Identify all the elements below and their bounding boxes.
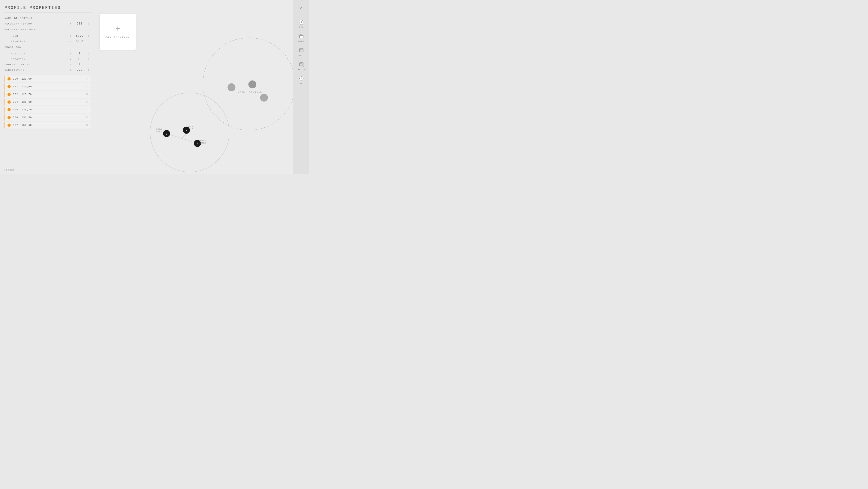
prop-increase-tangible[interactable]: › bbox=[87, 40, 91, 43]
prop-value-point: 50.0 bbox=[74, 34, 85, 38]
name-value: 55_profile bbox=[14, 17, 33, 20]
prop-control-sensitivity: ‹2.0› bbox=[69, 68, 91, 72]
tangible-item[interactable]: 000120_50× bbox=[4, 76, 91, 82]
prop-decrease-position[interactable]: ‹ bbox=[69, 52, 72, 56]
save-as-icon bbox=[298, 61, 305, 67]
close-button[interactable]: × bbox=[297, 4, 306, 13]
svg-line-3 bbox=[167, 134, 197, 144]
prop-increase-conflict_delay[interactable]: › bbox=[87, 63, 91, 66]
svg-point-21 bbox=[248, 81, 256, 88]
save-label: SAVE bbox=[299, 54, 304, 57]
tangible-item[interactable]: 001120_60× bbox=[4, 83, 91, 90]
prop-control-tangible: ‹50.0› bbox=[69, 40, 91, 43]
prop-control-position: ‹1› bbox=[69, 52, 91, 56]
tangible-remove-button[interactable]: × bbox=[86, 92, 88, 96]
prop-increase-rotation[interactable]: › bbox=[87, 57, 91, 61]
tangible-id: 004 bbox=[13, 100, 19, 104]
canvas-svg: 0 2700.0 1151.0 1 2931.0 1187.0 2 3066.0… bbox=[95, 0, 293, 174]
save-icon bbox=[298, 47, 305, 54]
tangible-color-dot bbox=[7, 85, 11, 88]
tangible-name: 135_60 bbox=[22, 100, 83, 104]
svg-text:2931.0: 2931.0 bbox=[187, 125, 193, 127]
prop-increase-sensitivity[interactable]: › bbox=[87, 68, 91, 72]
prop-label-position: POSITION bbox=[4, 52, 69, 55]
prop-row-point: POINT‹50.0› bbox=[4, 34, 91, 38]
tangible-color-dot bbox=[7, 116, 11, 119]
prop-value-tangible: 50.0 bbox=[74, 40, 85, 43]
prop-decrease-point[interactable]: ‹ bbox=[69, 34, 72, 38]
tangible-remove-button[interactable]: × bbox=[86, 116, 88, 119]
info-action[interactable]: i INFO bbox=[294, 74, 309, 87]
ideum-logo: ▲ ideum bbox=[4, 169, 14, 171]
svg-text:1030.0: 1030.0 bbox=[200, 142, 206, 144]
prop-decrease-tangible[interactable]: ‹ bbox=[69, 40, 72, 43]
svg-rect-29 bbox=[300, 51, 303, 52]
prop-row-recovery_timeout: RECOVERY TIMEOUT‹200› bbox=[4, 22, 91, 26]
tangible-name: 150_60 bbox=[22, 124, 83, 126]
prop-label-recovery_distance: RECOVERY DISTANCE bbox=[4, 28, 91, 31]
tangible-item[interactable]: 007150_60× bbox=[4, 122, 91, 128]
prop-value-conflict_delay: 0 bbox=[74, 63, 85, 66]
tangible-name: 120_60 bbox=[22, 85, 83, 88]
left-panel: PROFILE PROPERTIES NAME 55_profile RECOV… bbox=[0, 0, 95, 174]
svg-text:3066.0: 3066.0 bbox=[200, 140, 206, 142]
tangible-color-dot bbox=[7, 108, 11, 111]
right-sidebar: × NEW OPEN bbox=[293, 0, 309, 174]
prop-row-tangible: TANGIBLE‹50.0› bbox=[4, 40, 91, 43]
save-as-label: SAVE AS bbox=[296, 68, 306, 71]
open-action[interactable]: OPEN bbox=[294, 31, 309, 45]
svg-text:1151.0: 1151.0 bbox=[156, 131, 162, 133]
prop-section-smoothing: SMOOTHING bbox=[4, 45, 91, 50]
tangible-item[interactable]: 002120_70× bbox=[4, 91, 91, 98]
tangible-name: 120_70 bbox=[22, 93, 83, 96]
tangible-item[interactable]: 006150_50× bbox=[4, 114, 91, 121]
prop-control-rotation: ‹10› bbox=[69, 57, 91, 61]
prop-value-recovery_timeout: 200 bbox=[74, 22, 85, 25]
tangible-list: 000120_50×001120_60×002120_70×004135_60×… bbox=[4, 76, 91, 128]
svg-point-18 bbox=[203, 38, 293, 130]
svg-text:0: 0 bbox=[166, 133, 167, 135]
tangible-item[interactable]: 004135_60× bbox=[4, 98, 91, 106]
prop-decrease-rotation[interactable]: ‹ bbox=[69, 57, 72, 61]
svg-text:2: 2 bbox=[196, 142, 198, 145]
prop-label-conflict_delay: CONFLICT DELAY bbox=[4, 63, 69, 66]
prop-control-recovery_timeout: ‹200› bbox=[69, 22, 91, 26]
svg-text:PLACE TANGIBLE: PLACE TANGIBLE bbox=[236, 91, 262, 93]
new-icon bbox=[298, 19, 305, 25]
prop-row-position: POSITION‹1› bbox=[4, 52, 91, 56]
tangible-id: 001 bbox=[13, 85, 19, 88]
prop-decrease-recovery_timeout[interactable]: ‹ bbox=[69, 22, 72, 26]
prop-label-rotation: ROTATION bbox=[4, 58, 69, 60]
save-action[interactable]: SAVE bbox=[294, 45, 309, 58]
tangible-remove-button[interactable]: × bbox=[86, 108, 88, 112]
open-label: OPEN bbox=[299, 40, 304, 42]
prop-label-recovery_timeout: RECOVERY TIMEOUT bbox=[4, 23, 69, 25]
prop-increase-recovery_timeout[interactable]: › bbox=[87, 22, 91, 26]
name-row: NAME 55_profile bbox=[4, 17, 91, 20]
prop-control-point: ‹50.0› bbox=[69, 34, 91, 38]
open-icon bbox=[298, 33, 305, 39]
name-key: NAME bbox=[4, 17, 12, 20]
prop-decrease-sensitivity[interactable]: ‹ bbox=[69, 68, 72, 72]
prop-increase-point[interactable]: › bbox=[87, 34, 91, 38]
prop-decrease-conflict_delay[interactable]: ‹ bbox=[69, 63, 72, 66]
prop-label-tangible: TANGIBLE bbox=[4, 40, 69, 43]
tangible-remove-button[interactable]: × bbox=[86, 85, 88, 88]
prop-increase-position[interactable]: › bbox=[87, 52, 91, 56]
save-as-action[interactable]: SAVE AS bbox=[294, 59, 309, 73]
new-action[interactable]: NEW bbox=[294, 17, 309, 30]
tangible-remove-button[interactable]: × bbox=[86, 123, 88, 127]
tangible-remove-button[interactable]: × bbox=[86, 77, 88, 81]
svg-point-22 bbox=[260, 94, 268, 102]
tangible-item[interactable]: 005135_70× bbox=[4, 106, 91, 113]
tangible-color-dot bbox=[7, 77, 11, 81]
prop-control-conflict_delay: ‹0› bbox=[69, 63, 91, 66]
tangible-id: 005 bbox=[13, 108, 19, 111]
tangible-name: 135_70 bbox=[22, 108, 83, 111]
prop-row-sensitivity: SENSITIVITY‹2.0› bbox=[4, 68, 91, 72]
prop-section-recovery_distance: RECOVERY DISTANCE bbox=[4, 27, 91, 32]
tangible-remove-button[interactable]: × bbox=[86, 100, 88, 104]
svg-text:2700.0: 2700.0 bbox=[156, 128, 162, 130]
info-icon: i bbox=[298, 75, 305, 82]
svg-rect-32 bbox=[300, 63, 303, 64]
